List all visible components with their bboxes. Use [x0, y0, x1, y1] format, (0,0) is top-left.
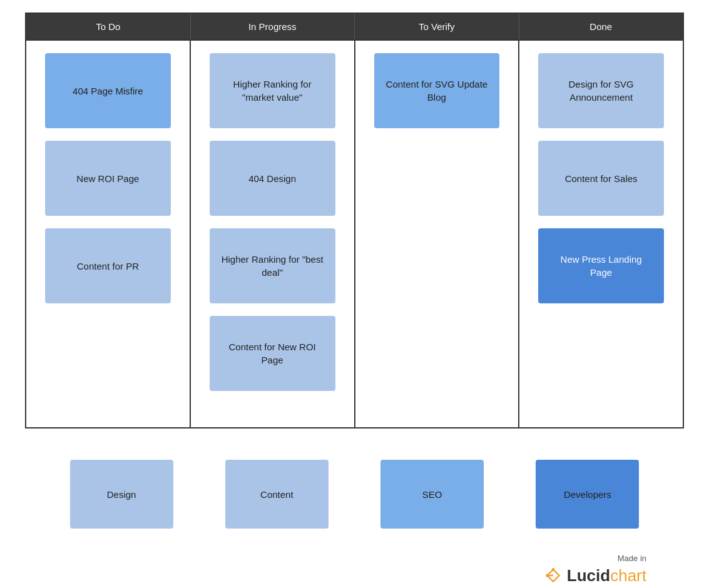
lucidchart-logo: Lucidchart [543, 565, 646, 585]
kanban-header-cell: To Do [26, 14, 191, 39]
chart-word: chart [610, 566, 646, 585]
kanban-header-cell: To Verify [355, 14, 519, 39]
kanban-board: To DoIn ProgressTo VerifyDone 404 Page M… [25, 13, 684, 428]
legend-section: DesignContentSEODevelopers [25, 454, 684, 535]
kanban-card[interactable]: Design for SVG Announcement [538, 53, 664, 128]
made-in-text: Made in [618, 554, 646, 563]
watermark: Made in Lucidchart [25, 554, 684, 585]
kanban-card[interactable]: Content for New ROI Page [210, 316, 335, 391]
lucid-word: Lucid [567, 566, 610, 585]
kanban-header-cell: Done [519, 14, 683, 39]
kanban-header-cell: In Progress [191, 14, 355, 39]
kanban-card[interactable]: Higher Ranking for "market value" [210, 53, 335, 128]
kanban-col-to-verify: Content for SVG Update Blog [355, 41, 520, 427]
kanban-card[interactable]: Content for Sales [538, 141, 664, 216]
kanban-col-in-progress: Higher Ranking for "market value"404 Des… [191, 41, 355, 427]
kanban-card[interactable]: 404 Page Misfire [45, 53, 171, 128]
kanban-col-todo: 404 Page MisfireNew ROI PageContent for … [26, 41, 191, 427]
kanban-header: To DoIn ProgressTo VerifyDone [26, 14, 683, 39]
main-container: To DoIn ProgressTo VerifyDone 404 Page M… [0, 0, 709, 588]
legend-item-design: Design [70, 460, 173, 529]
legend-item-seo: SEO [380, 460, 484, 529]
kanban-card[interactable]: Content for SVG Update Blog [374, 53, 500, 128]
svg-point-3 [551, 568, 554, 571]
kanban-card[interactable]: New ROI Page [45, 141, 171, 216]
kanban-col-done: Design for SVG AnnouncementContent for S… [519, 41, 683, 427]
lucidchart-icon [543, 565, 563, 585]
svg-point-2 [546, 574, 549, 577]
kanban-card[interactable]: 404 Design [210, 141, 335, 216]
lucid-text: Lucidchart [567, 566, 646, 585]
legend-item-content: Content [225, 460, 329, 529]
kanban-card[interactable]: New Press Landing Page [538, 228, 664, 303]
legend-item-developers: Developers [536, 460, 639, 529]
kanban-body: 404 Page MisfireNew ROI PageContent for … [26, 39, 683, 427]
kanban-card[interactable]: Content for PR [45, 228, 171, 303]
kanban-card[interactable]: Higher Ranking for "best deal" [210, 228, 335, 303]
